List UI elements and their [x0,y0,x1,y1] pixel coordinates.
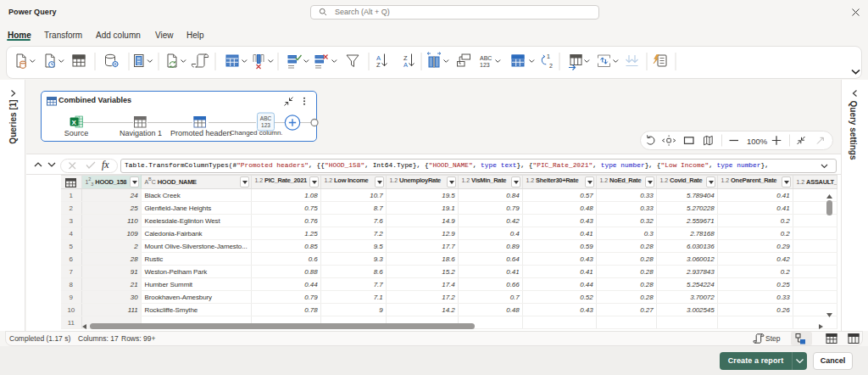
svg-text:123: 123 [261,122,270,128]
svg-text:123: 123 [480,62,490,68]
svg-text:X: X [72,119,77,126]
svg-text:1: 1 [547,53,550,59]
svg-text:A: A [403,61,408,69]
svg-text:2: 2 [549,63,553,69]
svg-text:ABC: ABC [260,115,272,121]
svg-text:ABC: ABC [480,55,492,61]
svg-text:Z: Z [376,61,381,69]
